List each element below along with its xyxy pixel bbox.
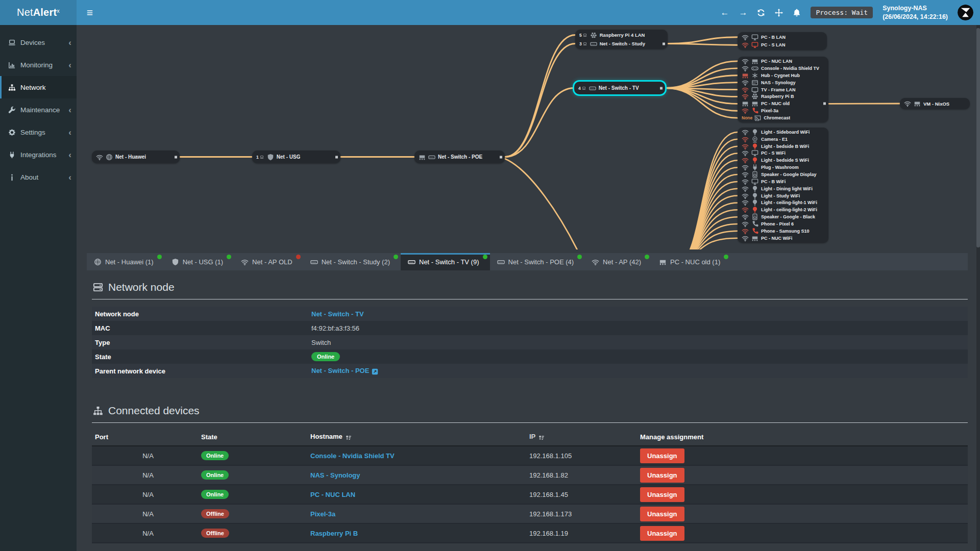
hostname-link-pixel-3a[interactable]: Pixel-3a <box>310 510 335 518</box>
brand-sup: x <box>57 8 60 14</box>
node-row-raspberry-pi-4-lan[interactable]: 5Raspberry Pi 4 LAN <box>575 31 668 39</box>
scrollbar-thumb[interactable] <box>976 28 980 247</box>
sidebar-item-settings[interactable]: Settings‹ <box>0 121 77 143</box>
network-node-tv[interactable]: 4Net - Switch - TV <box>574 82 665 94</box>
avatar[interactable] <box>958 5 973 20</box>
bulb-icon <box>751 157 758 164</box>
unassign-button[interactable]: Unassign <box>640 448 684 463</box>
chevron-left-icon: ‹ <box>68 38 71 47</box>
process-status-badge[interactable]: Process: Wait <box>811 7 873 18</box>
refresh-icon[interactable] <box>757 9 765 17</box>
node-row-pc-s-lan[interactable]: PC - S LAN <box>738 41 827 49</box>
node-row-pc-b-lan[interactable]: PC - B LAN <box>738 33 827 41</box>
sidebar-item-devices[interactable]: Devices‹ <box>0 31 77 54</box>
unassign-button[interactable]: Unassign <box>640 526 684 541</box>
network-node-huawei[interactable]: Net - Huawei <box>92 151 180 163</box>
sidebar-item-integrations[interactable]: Integrations‹ <box>0 143 77 166</box>
node-row-net-switch-poe[interactable]: Net - Switch - POE <box>414 152 505 162</box>
node-row-chromecast[interactable]: NoneChromecast <box>738 114 828 121</box>
sidebar-item-network[interactable]: Network <box>0 76 77 98</box>
node-row-light-sideboard-wifi[interactable]: Light - Sideboard WiFi <box>738 129 828 136</box>
node-row-light-dining-light-wifi[interactable]: Light - Dining light WiFi <box>738 185 828 192</box>
wifi-icon <box>742 34 749 41</box>
tab-net-switch-tv-9[interactable]: Net - Switch - TV (9) <box>401 253 490 270</box>
column-header-hostname[interactable]: Hostname <box>310 433 529 440</box>
node-link-net-switch-poe[interactable]: Net - Switch - POE <box>311 367 378 374</box>
bell-icon[interactable] <box>793 9 801 17</box>
tab-net-switch-study-2[interactable]: Net - Switch - Study (2) <box>303 253 401 270</box>
sidebar-item-maintenance[interactable]: Maintenance‹ <box>0 98 77 121</box>
node-row-nas-synology[interactable]: NAS - Synology <box>738 79 828 86</box>
node-row-pc-nuc-old[interactable]: PC - NUC old <box>738 100 828 107</box>
node-row-pc-s-wifi[interactable]: PC - S WiFi <box>738 150 828 157</box>
node-row-phone-pixel-6[interactable]: Phone - Pixel 6 <box>738 220 828 228</box>
network-node-bot[interactable]: Light - Sideboard WiFiCamera - E1Light -… <box>738 128 828 243</box>
move-icon[interactable] <box>775 9 783 17</box>
network-node-mid[interactable]: PC - NUC LANConsole - Nvidia Shield TVHu… <box>738 57 828 122</box>
network-node-vm[interactable]: VM - NixOS <box>900 98 970 109</box>
node-row-net-switch-tv[interactable]: 4Net - Switch - TV <box>574 83 665 93</box>
back-arrow-icon[interactable]: ← <box>720 8 729 17</box>
tab-net-huawei-1[interactable]: Net - Huawei (1) <box>87 253 164 270</box>
node-row-hub-cygnet-hub[interactable]: Hub - Cygnet Hub <box>738 72 828 79</box>
tab-net-switch-poe-4[interactable]: Net - Switch - POE (4) <box>490 253 585 270</box>
unassign-button[interactable]: Unassign <box>640 468 684 483</box>
node-row-light-ceiling-light-2-wifi[interactable]: Light - ceiling-light-2 WiFi <box>738 206 828 213</box>
node-label: Light - Sideboard WiFi <box>761 130 810 135</box>
node-row-speaker-google-black[interactable]: Speaker - Google - Black <box>738 213 828 220</box>
tab-net-ap-old[interactable]: Net - AP OLD <box>234 253 303 270</box>
sidebar-item-about[interactable]: About‹ <box>0 166 77 188</box>
node-link-net-switch-tv[interactable]: Net - Switch - TV <box>311 310 364 318</box>
network-node-pcbs[interactable]: PC - B LANPC - S LAN <box>738 32 827 50</box>
hostname-link-console-nvidia-shield-tv[interactable]: Console - Nvidia Shield TV <box>310 452 395 460</box>
node-row-tv-frame-lan[interactable]: TV - Frame LAN <box>738 86 828 93</box>
node-row-pc-nuc-wifi[interactable]: PC - NUC WiFi <box>738 235 828 242</box>
node-row-raspberry-pi-b[interactable]: Raspberry Pi B <box>738 93 828 100</box>
tab-net-ap-42[interactable]: Net - AP (42) <box>584 253 652 270</box>
node-row-pc-nuc-lan[interactable]: PC - NUC LAN <box>738 58 828 65</box>
node-row-light-study-wifi[interactable]: Light - Study WiFi <box>738 192 828 199</box>
sidebar-item-monitoring[interactable]: Monitoring‹ <box>0 54 77 76</box>
host-info: Synology-NAS (26/06/2024, 14:22:16) <box>883 4 948 21</box>
state-badge: Online <box>201 470 229 480</box>
unassign-button[interactable]: Unassign <box>640 507 684 521</box>
unassign-button[interactable]: Unassign <box>640 487 684 502</box>
wifi-icon <box>904 100 911 107</box>
sort-icon[interactable] <box>342 433 352 440</box>
cell-ip: 192.168.1.173 <box>529 510 640 518</box>
node-row-pixel-3a[interactable]: Pixel-3a <box>738 107 828 114</box>
eth-icon <box>419 154 426 161</box>
node-row-phone-samsung-s10[interactable]: Phone - Samsung S10 <box>738 228 828 235</box>
node-row-net-usg[interactable]: 1Net - USG <box>252 152 340 162</box>
node-row-vm-nixos[interactable]: VM - NixOS <box>900 99 970 108</box>
node-row-speaker-google-display[interactable]: Speaker - Google Display <box>738 171 828 178</box>
wifi-icon <box>742 185 749 192</box>
cell-ip: 192.168.1.45 <box>529 491 640 498</box>
hostname-link-nas-synology[interactable]: NAS - Synology <box>310 471 360 479</box>
hamburger-menu-icon[interactable]: ≡ <box>77 7 103 19</box>
node-row-net-switch-study[interactable]: 3Net - Switch - Study <box>575 39 668 48</box>
page-scrollbar[interactable] <box>976 25 980 551</box>
tab-pc-nuc-old-1[interactable]: PC - NUC old (1) <box>652 253 731 270</box>
node-row-net-huawei[interactable]: Net - Huawei <box>92 152 180 162</box>
sort-icon[interactable] <box>535 433 545 440</box>
node-row-pc-b-wifi[interactable]: PC - B WiFi <box>738 178 828 185</box>
network-node-pi4block[interactable]: 5Raspberry Pi 4 LAN3Net - Switch - Study <box>575 30 668 49</box>
state-badge: Offline <box>201 509 229 518</box>
status-dot <box>724 255 728 259</box>
forward-arrow-icon[interactable]: → <box>739 8 747 17</box>
node-row-camera-e1[interactable]: Camera - E1 <box>738 136 828 143</box>
column-header-ip[interactable]: IP <box>529 433 640 440</box>
app-logo[interactable]: NetAlertx <box>0 0 77 25</box>
node-row-console-nvidia-shield-tv[interactable]: Console - Nvidia Shield TV <box>738 65 828 72</box>
hostname-link-pc-nuc-lan[interactable]: PC - NUC LAN <box>310 491 355 498</box>
node-row-light-ceiling-light-1-wifi[interactable]: Light - ceiling-light-1 WiFi <box>738 199 828 206</box>
node-row-plug-washroom[interactable]: Plug - Washroom <box>738 164 828 171</box>
tab-net-usg-1[interactable]: Net - USG (1) <box>164 253 234 270</box>
network-node-usg[interactable]: 1Net - USG <box>252 151 340 163</box>
phone-icon <box>751 228 758 235</box>
node-row-light-bedside-b-wifi[interactable]: Light - bedside B WiFi <box>738 143 828 150</box>
node-row-light-bedside-s-wifi[interactable]: Light - bedside S WiFi <box>738 157 828 164</box>
network-node-poe[interactable]: Net - Switch - POE <box>414 151 505 163</box>
hostname-link-raspberry-pi-b[interactable]: Raspberry Pi B <box>310 530 358 537</box>
